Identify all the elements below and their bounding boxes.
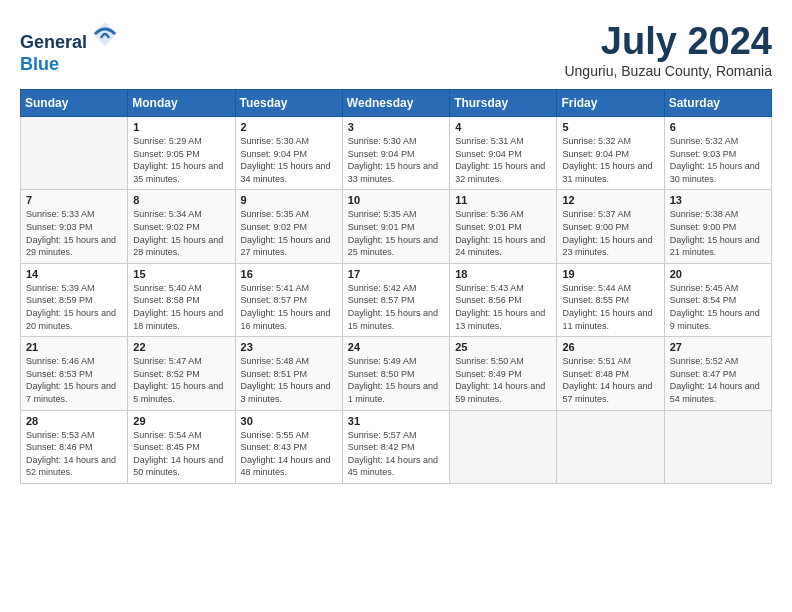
calendar-cell <box>664 410 771 483</box>
calendar-cell: 6 Sunrise: 5:32 AMSunset: 9:03 PMDayligh… <box>664 117 771 190</box>
calendar-cell <box>21 117 128 190</box>
day-number: 14 <box>26 268 122 280</box>
calendar-cell: 4 Sunrise: 5:31 AMSunset: 9:04 PMDayligh… <box>450 117 557 190</box>
header-friday: Friday <box>557 90 664 117</box>
day-number: 24 <box>348 341 444 353</box>
day-number: 26 <box>562 341 658 353</box>
day-number: 21 <box>26 341 122 353</box>
day-info: Sunrise: 5:49 AMSunset: 8:50 PMDaylight:… <box>348 355 444 405</box>
week-row-4: 21 Sunrise: 5:46 AMSunset: 8:53 PMDaylig… <box>21 337 772 410</box>
header-monday: Monday <box>128 90 235 117</box>
week-row-5: 28 Sunrise: 5:53 AMSunset: 8:46 PMDaylig… <box>21 410 772 483</box>
header-saturday: Saturday <box>664 90 771 117</box>
day-info: Sunrise: 5:38 AMSunset: 9:00 PMDaylight:… <box>670 208 766 258</box>
calendar-cell: 2 Sunrise: 5:30 AMSunset: 9:04 PMDayligh… <box>235 117 342 190</box>
calendar-cell: 5 Sunrise: 5:32 AMSunset: 9:04 PMDayligh… <box>557 117 664 190</box>
day-number: 5 <box>562 121 658 133</box>
calendar-cell: 20 Sunrise: 5:45 AMSunset: 8:54 PMDaylig… <box>664 263 771 336</box>
day-info: Sunrise: 5:51 AMSunset: 8:48 PMDaylight:… <box>562 355 658 405</box>
day-number: 7 <box>26 194 122 206</box>
calendar-cell: 27 Sunrise: 5:52 AMSunset: 8:47 PMDaylig… <box>664 337 771 410</box>
day-info: Sunrise: 5:42 AMSunset: 8:57 PMDaylight:… <box>348 282 444 332</box>
calendar-cell: 26 Sunrise: 5:51 AMSunset: 8:48 PMDaylig… <box>557 337 664 410</box>
day-number: 6 <box>670 121 766 133</box>
day-info: Sunrise: 5:54 AMSunset: 8:45 PMDaylight:… <box>133 429 229 479</box>
day-info: Sunrise: 5:47 AMSunset: 8:52 PMDaylight:… <box>133 355 229 405</box>
day-info: Sunrise: 5:35 AMSunset: 9:01 PMDaylight:… <box>348 208 444 258</box>
day-info: Sunrise: 5:33 AMSunset: 9:03 PMDaylight:… <box>26 208 122 258</box>
day-info: Sunrise: 5:31 AMSunset: 9:04 PMDaylight:… <box>455 135 551 185</box>
day-info: Sunrise: 5:55 AMSunset: 8:43 PMDaylight:… <box>241 429 337 479</box>
header-tuesday: Tuesday <box>235 90 342 117</box>
logo-general: General <box>20 32 87 52</box>
day-number: 19 <box>562 268 658 280</box>
day-info: Sunrise: 5:34 AMSunset: 9:02 PMDaylight:… <box>133 208 229 258</box>
calendar-cell: 16 Sunrise: 5:41 AMSunset: 8:57 PMDaylig… <box>235 263 342 336</box>
day-number: 2 <box>241 121 337 133</box>
calendar-cell: 22 Sunrise: 5:47 AMSunset: 8:52 PMDaylig… <box>128 337 235 410</box>
calendar-cell: 29 Sunrise: 5:54 AMSunset: 8:45 PMDaylig… <box>128 410 235 483</box>
day-info: Sunrise: 5:35 AMSunset: 9:02 PMDaylight:… <box>241 208 337 258</box>
calendar-cell: 3 Sunrise: 5:30 AMSunset: 9:04 PMDayligh… <box>342 117 449 190</box>
day-number: 8 <box>133 194 229 206</box>
day-number: 30 <box>241 415 337 427</box>
calendar-cell: 11 Sunrise: 5:36 AMSunset: 9:01 PMDaylig… <box>450 190 557 263</box>
calendar-cell: 28 Sunrise: 5:53 AMSunset: 8:46 PMDaylig… <box>21 410 128 483</box>
day-info: Sunrise: 5:32 AMSunset: 9:03 PMDaylight:… <box>670 135 766 185</box>
day-info: Sunrise: 5:30 AMSunset: 9:04 PMDaylight:… <box>241 135 337 185</box>
day-number: 17 <box>348 268 444 280</box>
day-info: Sunrise: 5:40 AMSunset: 8:58 PMDaylight:… <box>133 282 229 332</box>
day-number: 25 <box>455 341 551 353</box>
day-number: 11 <box>455 194 551 206</box>
day-number: 15 <box>133 268 229 280</box>
day-number: 13 <box>670 194 766 206</box>
day-number: 16 <box>241 268 337 280</box>
day-info: Sunrise: 5:53 AMSunset: 8:46 PMDaylight:… <box>26 429 122 479</box>
day-number: 23 <box>241 341 337 353</box>
calendar-cell: 13 Sunrise: 5:38 AMSunset: 9:00 PMDaylig… <box>664 190 771 263</box>
calendar-cell: 15 Sunrise: 5:40 AMSunset: 8:58 PMDaylig… <box>128 263 235 336</box>
calendar-cell: 9 Sunrise: 5:35 AMSunset: 9:02 PMDayligh… <box>235 190 342 263</box>
day-number: 10 <box>348 194 444 206</box>
day-number: 12 <box>562 194 658 206</box>
title-block: July 2024 Unguriu, Buzau County, Romania <box>564 20 772 79</box>
calendar-cell <box>450 410 557 483</box>
week-row-3: 14 Sunrise: 5:39 AMSunset: 8:59 PMDaylig… <box>21 263 772 336</box>
month-title: July 2024 <box>564 20 772 63</box>
calendar-cell: 18 Sunrise: 5:43 AMSunset: 8:56 PMDaylig… <box>450 263 557 336</box>
day-number: 4 <box>455 121 551 133</box>
day-info: Sunrise: 5:30 AMSunset: 9:04 PMDaylight:… <box>348 135 444 185</box>
day-number: 1 <box>133 121 229 133</box>
calendar-cell: 25 Sunrise: 5:50 AMSunset: 8:49 PMDaylig… <box>450 337 557 410</box>
day-info: Sunrise: 5:50 AMSunset: 8:49 PMDaylight:… <box>455 355 551 405</box>
day-info: Sunrise: 5:45 AMSunset: 8:54 PMDaylight:… <box>670 282 766 332</box>
header-thursday: Thursday <box>450 90 557 117</box>
calendar-cell: 31 Sunrise: 5:57 AMSunset: 8:42 PMDaylig… <box>342 410 449 483</box>
day-number: 29 <box>133 415 229 427</box>
location-subtitle: Unguriu, Buzau County, Romania <box>564 63 772 79</box>
day-number: 28 <box>26 415 122 427</box>
day-info: Sunrise: 5:52 AMSunset: 8:47 PMDaylight:… <box>670 355 766 405</box>
logo-icon <box>91 20 119 48</box>
calendar-cell: 7 Sunrise: 5:33 AMSunset: 9:03 PMDayligh… <box>21 190 128 263</box>
day-number: 18 <box>455 268 551 280</box>
day-info: Sunrise: 5:41 AMSunset: 8:57 PMDaylight:… <box>241 282 337 332</box>
calendar-cell: 1 Sunrise: 5:29 AMSunset: 9:05 PMDayligh… <box>128 117 235 190</box>
day-number: 27 <box>670 341 766 353</box>
day-number: 3 <box>348 121 444 133</box>
calendar-cell: 30 Sunrise: 5:55 AMSunset: 8:43 PMDaylig… <box>235 410 342 483</box>
day-info: Sunrise: 5:37 AMSunset: 9:00 PMDaylight:… <box>562 208 658 258</box>
calendar-cell <box>557 410 664 483</box>
day-number: 22 <box>133 341 229 353</box>
day-info: Sunrise: 5:48 AMSunset: 8:51 PMDaylight:… <box>241 355 337 405</box>
day-info: Sunrise: 5:36 AMSunset: 9:01 PMDaylight:… <box>455 208 551 258</box>
day-number: 9 <box>241 194 337 206</box>
day-number: 31 <box>348 415 444 427</box>
calendar-table: SundayMondayTuesdayWednesdayThursdayFrid… <box>20 89 772 484</box>
calendar-cell: 14 Sunrise: 5:39 AMSunset: 8:59 PMDaylig… <box>21 263 128 336</box>
day-info: Sunrise: 5:46 AMSunset: 8:53 PMDaylight:… <box>26 355 122 405</box>
day-info: Sunrise: 5:29 AMSunset: 9:05 PMDaylight:… <box>133 135 229 185</box>
calendar-cell: 12 Sunrise: 5:37 AMSunset: 9:00 PMDaylig… <box>557 190 664 263</box>
logo: General Blue <box>20 20 119 75</box>
logo-blue: Blue <box>20 54 59 74</box>
